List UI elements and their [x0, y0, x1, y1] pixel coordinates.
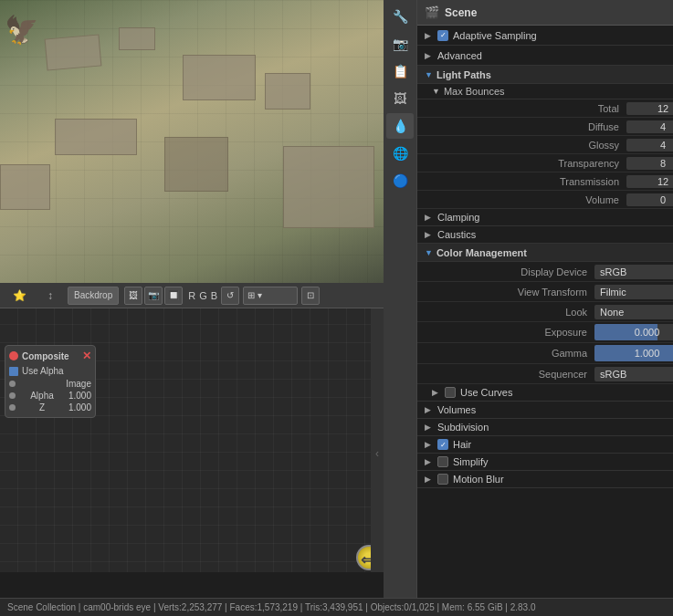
clamping-row[interactable]: ▶ Clamping	[417, 209, 673, 226]
sidebar-icon-scene[interactable]: 💧	[386, 113, 414, 139]
use-curves-checkbox[interactable]	[445, 387, 456, 398]
cm-down-arrow: ▼	[425, 248, 433, 257]
composite-label: Composite	[22, 351, 69, 361]
transmission-row: Transmission 12	[417, 172, 673, 191]
exposure-label: Exposure	[425, 327, 594, 338]
sidebar-icon-view[interactable]: 🖼	[386, 86, 414, 111]
sidebar-icon-tools[interactable]: 🔧	[386, 4, 414, 29]
z-dot	[9, 404, 16, 411]
building-3	[183, 55, 256, 100]
subdivision-row[interactable]: ▶ Subdivision ⁞⁞	[417, 419, 673, 436]
color-mgmt-label: Color Management	[436, 247, 673, 258]
glossy-value[interactable]: 4	[626, 139, 673, 151]
properties-scroll[interactable]: ▶ ✓ Adaptive Sampling ▶ Advanced ▼ Light…	[417, 26, 673, 598]
building-4	[265, 73, 310, 110]
sequencer-row: Sequencer sRGB ▾	[417, 364, 673, 384]
viewport[interactable]: 🦅	[0, 0, 384, 283]
refresh-btn[interactable]: ↺	[221, 287, 239, 305]
mb-arrow: ▼	[432, 87, 440, 96]
exposure-slider[interactable]: 0.000	[594, 324, 673, 340]
volume-value[interactable]: 0	[626, 193, 673, 206]
b-label: B	[211, 290, 217, 301]
building-6	[164, 137, 228, 192]
glossy-label: Glossy	[425, 140, 626, 151]
adaptive-sampling-arrow: ▶	[425, 31, 434, 40]
view-transform-label: View Transform	[425, 287, 594, 298]
hair-check: ✓	[440, 441, 447, 449]
sidebar-icon-world[interactable]: 🌐	[386, 141, 414, 166]
subdivision-arrow: ▶	[425, 423, 434, 432]
sidebar-icon-render[interactable]: 📷	[386, 31, 414, 57]
look-row: Look None ▾	[417, 302, 673, 322]
simplify-checkbox[interactable]	[437, 456, 448, 467]
image-dot	[9, 381, 16, 387]
diffuse-value[interactable]: 4	[626, 120, 673, 133]
building-5	[55, 119, 137, 155]
clamping-arrow: ▶	[425, 213, 434, 222]
transmission-value[interactable]: 12	[626, 175, 673, 188]
viewport-icons: 🖼 📷 🔲	[124, 287, 183, 305]
node-editor-grid[interactable]: ‹ Composite ✕ Use Alpha	[0, 308, 384, 572]
view-transform-dropdown[interactable]: Filmic ▾	[594, 285, 673, 299]
zoom-btn[interactable]: ⊡	[301, 287, 320, 305]
look-dropdown[interactable]: None ▾	[594, 305, 673, 319]
hair-checkbox[interactable]: ✓	[437, 439, 448, 450]
scene-header-icon: 🎬	[425, 5, 439, 19]
alpha-row: Alpha 1.000	[9, 390, 91, 402]
motion-blur-arrow: ▶	[425, 475, 434, 484]
close-icon[interactable]: ✕	[82, 350, 91, 362]
advanced-label: Advanced	[437, 50, 673, 61]
sidebar-icon-output[interactable]: 📋	[386, 58, 414, 84]
status-bar-text: Scene Collection | cam00-brids eye | Ver…	[7, 602, 536, 612]
composite-node: Composite ✕ Use Alpha Image	[5, 345, 96, 418]
building-8	[283, 146, 374, 228]
z-row: Z 1.000	[9, 402, 91, 413]
hair-row[interactable]: ▶ ✓ Hair ⁞⁞	[417, 436, 673, 454]
max-bounces-header[interactable]: ▼ Max Bounces	[417, 84, 673, 99]
caustics-row[interactable]: ▶ Caustics	[417, 226, 673, 244]
advanced-row[interactable]: ▶ Advanced	[417, 46, 673, 66]
light-paths-header[interactable]: ▼ Light Paths ☰ ⊞	[417, 66, 673, 84]
simplify-label: Simplify	[453, 456, 673, 467]
layout-btn[interactable]: ⊞ ▾	[243, 287, 298, 305]
use-curves-arrow: ▶	[432, 388, 441, 397]
bird-silhouette: 🦅	[5, 14, 38, 46]
gamma-slider[interactable]: 1.000	[594, 345, 673, 361]
node-dot-red	[9, 351, 18, 360]
sidebar-icon-object[interactable]: 🔵	[386, 168, 414, 193]
viewport-bg: 🦅	[0, 0, 384, 283]
volumes-row[interactable]: ▶ Volumes ⁞⁞	[417, 402, 673, 419]
transparency-row: Transparency 8	[417, 154, 673, 172]
motion-blur-row[interactable]: ▶ Motion Blur ⁞⁞	[417, 471, 673, 488]
backdrop-button[interactable]: Backdrop	[68, 287, 119, 305]
lp-down-arrow: ▼	[425, 70, 433, 79]
motion-blur-checkbox[interactable]	[437, 474, 448, 485]
display-device-dropdown[interactable]: sRGB ▾	[594, 265, 673, 279]
gamma-label: Gamma	[425, 348, 594, 359]
use-alpha-checkbox[interactable]	[9, 367, 18, 376]
transparency-value[interactable]: 8	[626, 157, 673, 170]
volumes-label: Volumes	[437, 404, 673, 415]
adaptive-sampling-row[interactable]: ▶ ✓ Adaptive Sampling	[417, 26, 673, 46]
total-value[interactable]: 12	[626, 102, 673, 115]
alpha-label: Alpha	[30, 391, 54, 401]
adaptive-sampling-checkbox[interactable]: ✓	[437, 30, 448, 41]
node-type-icon[interactable]: ⭐	[5, 283, 33, 308]
checkbox-check: ✓	[440, 31, 447, 39]
node-tree-icon[interactable]: ↕	[37, 283, 64, 308]
color-mgmt-header[interactable]: ▼ Color Management ⁞⁞	[417, 244, 673, 262]
hair-label: Hair	[453, 439, 673, 450]
view-img2-btn[interactable]: 📷	[144, 287, 163, 305]
sequencer-dropdown[interactable]: sRGB ▾	[594, 367, 673, 381]
view-img3-btn[interactable]: 🔲	[164, 287, 183, 305]
simplify-row[interactable]: ▶ Simplify ⁞⁞	[417, 454, 673, 471]
z-value: 1.000	[68, 402, 91, 412]
image-row: Image	[9, 378, 91, 390]
view-img-btn[interactable]: 🖼	[124, 287, 142, 305]
display-device-value: sRGB	[600, 266, 626, 277]
transmission-label: Transmission	[425, 176, 626, 187]
building-7	[0, 164, 50, 210]
diffuse-row: Diffuse 4	[417, 118, 673, 136]
node-toolbar: ⭐ ↕ Backdrop 🖼 📷 🔲 R G B ↺ ⊞ ▾	[0, 283, 384, 308]
panel-collapse-left[interactable]: ‹	[371, 308, 384, 572]
